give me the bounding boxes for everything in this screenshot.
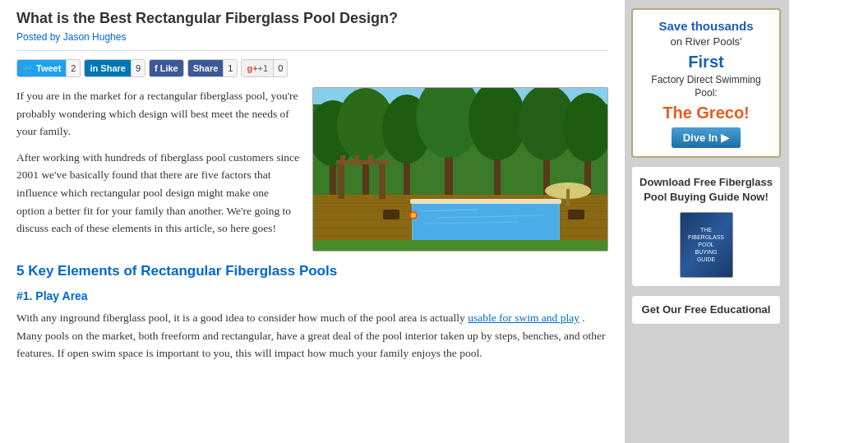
svg-rect-24 [413, 203, 558, 245]
greco-first-text: First [639, 53, 773, 72]
linkedin-count: 9 [131, 60, 145, 76]
book-cover[interactable]: THE FIBERGLASS POOL BUYING GUIDE [680, 212, 733, 278]
greco-pool-name: The Greco! [639, 104, 773, 122]
guide-title: Download Free Fiberglass Pool Buying Gui… [639, 175, 773, 205]
byline-link[interactable]: Posted by Jason Hughes [16, 31, 126, 43]
facebook-like-button[interactable]: f Like [149, 59, 184, 77]
facebook-icon: f [155, 63, 158, 73]
linkedin-share-text: Share [100, 63, 126, 73]
tweet-label: 🐦 Tweet [17, 60, 66, 76]
gplus-count: 0 [273, 60, 287, 76]
body-text: With any inground fiberglass pool, it is… [16, 309, 608, 362]
dive-in-button[interactable]: Dive In ▶ [672, 127, 741, 148]
gplus-label: g+ +1 [242, 60, 273, 76]
svg-rect-32 [340, 155, 345, 165]
book-line-4: BUYING [688, 248, 724, 256]
facebook-share-button[interactable]: Share 1 [187, 59, 238, 77]
educational-widget: Get Our Free Educational [631, 295, 781, 325]
linkedin-label: in Share [85, 60, 130, 76]
greco-on-text: on River Pools' [639, 35, 773, 49]
greco-save-text: Save thousands [639, 18, 773, 35]
dive-in-label: Dive In [683, 132, 718, 144]
educational-title: Get Our Free Educational [639, 302, 773, 317]
facebook-share-label: Share [188, 60, 224, 76]
tweet-count: 2 [66, 60, 80, 76]
usable-swim-play-link[interactable]: usable for swim and play [468, 311, 579, 324]
intro-text: If you are in the market for a rectangul… [16, 87, 299, 251]
tweet-text: Tweet [36, 63, 61, 73]
guide-widget: Download Free Fiberglass Pool Buying Gui… [631, 166, 781, 286]
twitter-bird-icon: 🐦 [22, 63, 34, 74]
svg-rect-36 [566, 189, 570, 205]
book-cover-text: THE FIBERGLASS POOL BUYING GUIDE [685, 223, 727, 266]
gplus-text: +1 [258, 63, 269, 73]
svg-rect-33 [354, 155, 359, 165]
intro-paragraph-2: After working with hundreds of fiberglas… [16, 149, 299, 238]
like-text: Like [160, 63, 178, 73]
intro-paragraph-1: If you are in the market for a rectangul… [16, 87, 299, 141]
sidebar: Save thousands on River Pools' First Fac… [625, 0, 789, 443]
twitter-tweet-button[interactable]: 🐦 Tweet 2 [16, 59, 81, 77]
svg-rect-37 [383, 210, 399, 219]
svg-rect-30 [379, 162, 386, 199]
body-text-before-link: With any inground fiberglass pool, it is… [16, 311, 465, 324]
svg-rect-28 [410, 199, 561, 204]
content-row: If you are in the market for a rectangul… [16, 87, 608, 251]
main-content: What is the Best Rectangular Fiberglass … [0, 0, 625, 443]
svg-rect-38 [568, 210, 584, 219]
greco-factory-text: Factory Direct Swimming Pool: [639, 73, 773, 101]
article-title: What is the Best Rectangular Fiberglass … [16, 10, 608, 27]
book-line-1: THE [688, 226, 724, 233]
linkedin-share-button[interactable]: in Share 9 [84, 59, 145, 77]
svg-point-40 [411, 213, 416, 218]
svg-rect-34 [368, 155, 373, 165]
facebook-share-count: 1 [223, 60, 237, 76]
svg-rect-41 [313, 240, 608, 251]
book-line-2: FIBERGLASS [688, 233, 724, 241]
social-bar: 🐦 Tweet 2 in Share 9 f Like [16, 59, 608, 77]
section-heading: 5 Key Elements of Rectangular Fiberglass… [16, 263, 608, 279]
gplus-button[interactable]: g+ +1 0 [241, 59, 288, 77]
article-byline: Posted by Jason Hughes [16, 30, 608, 44]
save-thousands-text: Save thousands [658, 19, 753, 33]
gplus-icon: g+ [247, 63, 257, 73]
facebook-like-label: f Like [150, 60, 183, 76]
book-line-3: POOL [688, 241, 724, 248]
pool-scene-svg [313, 88, 608, 251]
svg-rect-29 [338, 162, 344, 199]
sub-heading: #1. Play Area [16, 289, 608, 302]
greco-widget: Save thousands on River Pools' First Fac… [631, 8, 781, 158]
divider [16, 50, 608, 51]
arrow-right-icon: ▶ [721, 132, 729, 144]
pool-image [312, 87, 608, 251]
book-line-5: GUIDE [688, 256, 724, 263]
